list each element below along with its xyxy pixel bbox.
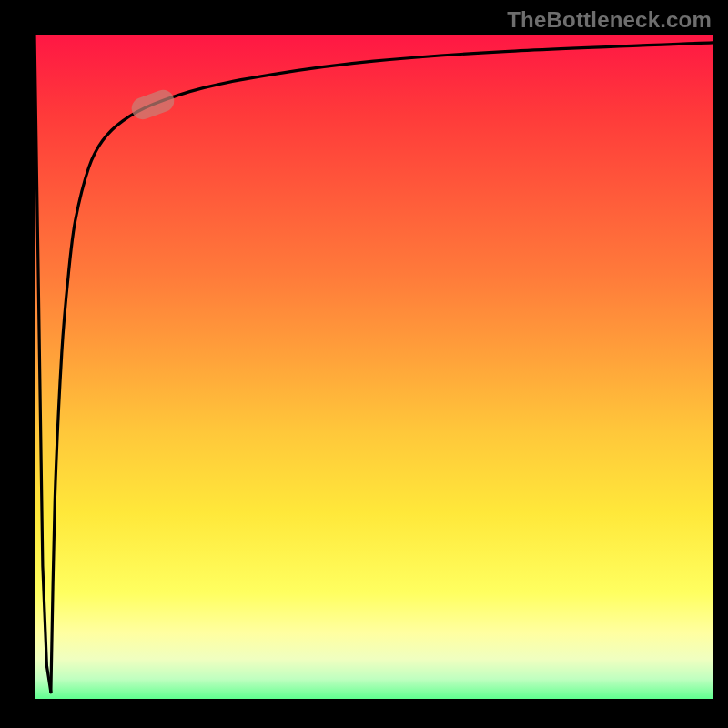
curve-marker[interactable] — [129, 86, 177, 122]
plot-area — [35, 35, 713, 699]
curve-layer — [35, 35, 713, 699]
chart-container: TheBottleneck.com — [0, 0, 728, 728]
watermark-text: TheBottleneck.com — [507, 7, 712, 33]
lobe-path — [35, 35, 51, 693]
main-curve-path — [51, 43, 713, 693]
